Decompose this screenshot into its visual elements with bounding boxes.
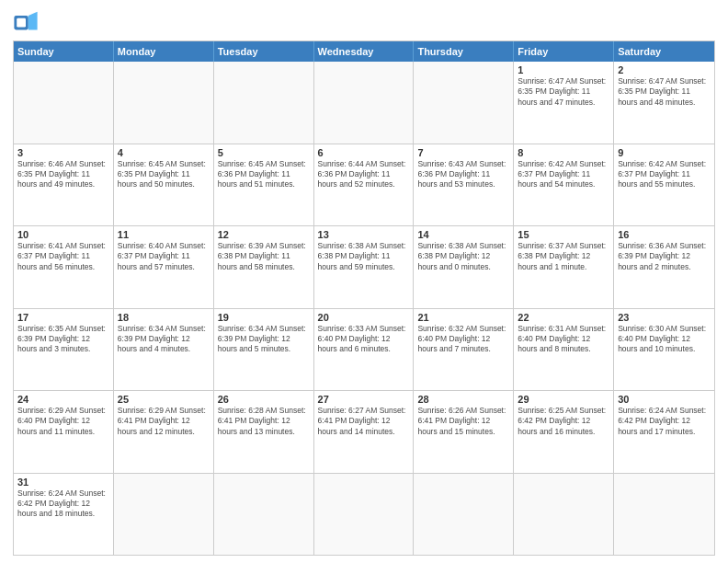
day-cell-6: 6Sunrise: 6:44 AM Sunset: 6:36 PM Daylig… xyxy=(314,144,415,226)
day-info: Sunrise: 6:31 AM Sunset: 6:40 PM Dayligh… xyxy=(518,324,609,355)
day-info: Sunrise: 6:28 AM Sunset: 6:41 PM Dayligh… xyxy=(218,406,310,437)
day-number: 1 xyxy=(518,64,609,75)
day-info: Sunrise: 6:35 AM Sunset: 6:39 PM Dayligh… xyxy=(17,324,109,355)
day-cell-15: 15Sunrise: 6:37 AM Sunset: 6:38 PM Dayli… xyxy=(514,226,614,308)
day-info: Sunrise: 6:47 AM Sunset: 6:35 PM Dayligh… xyxy=(618,76,711,108)
day-cell-26: 26Sunrise: 6:28 AM Sunset: 6:41 PM Dayli… xyxy=(214,391,314,473)
empty-cell-5-1 xyxy=(114,474,214,556)
empty-cell-0-2 xyxy=(214,62,314,144)
day-number: 31 xyxy=(17,477,109,488)
day-number: 8 xyxy=(518,147,609,158)
day-info: Sunrise: 6:47 AM Sunset: 6:35 PM Dayligh… xyxy=(518,76,609,108)
calendar-row-0: 1Sunrise: 6:47 AM Sunset: 6:35 PM Daylig… xyxy=(14,62,714,144)
day-number: 20 xyxy=(318,312,410,323)
header-day-wednesday: Wednesday xyxy=(314,41,415,62)
calendar-row-5: 31Sunrise: 6:24 AM Sunset: 6:42 PM Dayli… xyxy=(14,473,714,556)
day-cell-25: 25Sunrise: 6:29 AM Sunset: 6:41 PM Dayli… xyxy=(114,391,214,473)
day-number: 26 xyxy=(218,394,310,405)
page-header xyxy=(13,9,715,35)
day-number: 11 xyxy=(118,229,210,240)
day-cell-1: 1Sunrise: 6:47 AM Sunset: 6:35 PM Daylig… xyxy=(514,62,614,144)
header-day-saturday: Saturday xyxy=(614,41,714,62)
day-number: 14 xyxy=(417,229,509,240)
header-day-monday: Monday xyxy=(114,41,214,62)
day-number: 25 xyxy=(118,394,210,405)
day-info: Sunrise: 6:37 AM Sunset: 6:38 PM Dayligh… xyxy=(518,241,609,272)
calendar-body: 1Sunrise: 6:47 AM Sunset: 6:35 PM Daylig… xyxy=(14,62,714,555)
day-number: 21 xyxy=(417,312,509,323)
day-number: 23 xyxy=(618,312,711,323)
day-cell-9: 9Sunrise: 6:42 AM Sunset: 6:37 PM Daylig… xyxy=(614,144,714,226)
day-cell-10: 10Sunrise: 6:41 AM Sunset: 6:37 PM Dayli… xyxy=(14,226,114,308)
day-number: 30 xyxy=(618,394,711,405)
day-number: 24 xyxy=(17,394,109,405)
calendar-header: SundayMondayTuesdayWednesdayThursdayFrid… xyxy=(14,41,714,62)
day-info: Sunrise: 6:25 AM Sunset: 6:42 PM Dayligh… xyxy=(518,406,609,437)
calendar-row-2: 10Sunrise: 6:41 AM Sunset: 6:37 PM Dayli… xyxy=(14,225,714,308)
day-info: Sunrise: 6:42 AM Sunset: 6:37 PM Dayligh… xyxy=(618,159,711,190)
day-cell-28: 28Sunrise: 6:26 AM Sunset: 6:41 PM Dayli… xyxy=(414,391,514,473)
day-cell-22: 22Sunrise: 6:31 AM Sunset: 6:40 PM Dayli… xyxy=(514,309,614,391)
day-info: Sunrise: 6:36 AM Sunset: 6:39 PM Dayligh… xyxy=(618,241,711,272)
day-info: Sunrise: 6:43 AM Sunset: 6:36 PM Dayligh… xyxy=(417,159,509,190)
day-number: 5 xyxy=(218,147,310,158)
day-cell-31: 31Sunrise: 6:24 AM Sunset: 6:42 PM Dayli… xyxy=(14,474,114,556)
day-cell-4: 4Sunrise: 6:45 AM Sunset: 6:35 PM Daylig… xyxy=(114,144,214,226)
header-day-thursday: Thursday xyxy=(414,41,514,62)
day-info: Sunrise: 6:33 AM Sunset: 6:40 PM Dayligh… xyxy=(318,324,410,355)
empty-cell-5-6 xyxy=(614,474,714,556)
day-info: Sunrise: 6:34 AM Sunset: 6:39 PM Dayligh… xyxy=(218,324,310,355)
day-number: 3 xyxy=(17,147,109,158)
day-cell-24: 24Sunrise: 6:29 AM Sunset: 6:40 PM Dayli… xyxy=(14,391,114,473)
day-cell-11: 11Sunrise: 6:40 AM Sunset: 6:37 PM Dayli… xyxy=(114,226,214,308)
day-cell-5: 5Sunrise: 6:45 AM Sunset: 6:36 PM Daylig… xyxy=(214,144,314,226)
day-cell-3: 3Sunrise: 6:46 AM Sunset: 6:35 PM Daylig… xyxy=(14,144,114,226)
day-number: 29 xyxy=(518,394,609,405)
empty-cell-5-4 xyxy=(414,474,514,556)
svg-marker-1 xyxy=(28,12,38,30)
empty-cell-0-4 xyxy=(414,62,514,144)
day-number: 15 xyxy=(518,229,609,240)
day-number: 12 xyxy=(218,229,310,240)
logo xyxy=(13,9,42,35)
day-cell-17: 17Sunrise: 6:35 AM Sunset: 6:39 PM Dayli… xyxy=(14,309,114,391)
day-cell-19: 19Sunrise: 6:34 AM Sunset: 6:39 PM Dayli… xyxy=(214,309,314,391)
day-cell-21: 21Sunrise: 6:32 AM Sunset: 6:40 PM Dayli… xyxy=(414,309,514,391)
calendar-row-1: 3Sunrise: 6:46 AM Sunset: 6:35 PM Daylig… xyxy=(14,144,714,226)
day-number: 10 xyxy=(17,229,109,240)
day-info: Sunrise: 6:30 AM Sunset: 6:40 PM Dayligh… xyxy=(618,324,711,355)
day-info: Sunrise: 6:38 AM Sunset: 6:38 PM Dayligh… xyxy=(318,241,410,272)
empty-cell-5-5 xyxy=(514,474,614,556)
empty-cell-0-1 xyxy=(114,62,214,144)
header-day-tuesday: Tuesday xyxy=(214,41,314,62)
day-number: 7 xyxy=(417,147,509,158)
calendar: SundayMondayTuesdayWednesdayThursdayFrid… xyxy=(13,40,715,556)
calendar-page: SundayMondayTuesdayWednesdayThursdayFrid… xyxy=(0,0,728,563)
day-cell-13: 13Sunrise: 6:38 AM Sunset: 6:38 PM Dayli… xyxy=(314,226,415,308)
day-number: 16 xyxy=(618,229,711,240)
calendar-row-3: 17Sunrise: 6:35 AM Sunset: 6:39 PM Dayli… xyxy=(14,308,714,391)
calendar-row-4: 24Sunrise: 6:29 AM Sunset: 6:40 PM Dayli… xyxy=(14,390,714,473)
day-number: 4 xyxy=(118,147,210,158)
day-info: Sunrise: 6:29 AM Sunset: 6:41 PM Dayligh… xyxy=(118,406,210,437)
day-info: Sunrise: 6:24 AM Sunset: 6:42 PM Dayligh… xyxy=(17,488,109,520)
day-number: 9 xyxy=(618,147,711,158)
day-number: 27 xyxy=(318,394,410,405)
day-cell-23: 23Sunrise: 6:30 AM Sunset: 6:40 PM Dayli… xyxy=(614,309,714,391)
day-info: Sunrise: 6:32 AM Sunset: 6:40 PM Dayligh… xyxy=(417,324,509,355)
day-info: Sunrise: 6:29 AM Sunset: 6:40 PM Dayligh… xyxy=(17,406,109,437)
day-cell-20: 20Sunrise: 6:33 AM Sunset: 6:40 PM Dayli… xyxy=(314,309,415,391)
day-info: Sunrise: 6:27 AM Sunset: 6:41 PM Dayligh… xyxy=(318,406,410,437)
header-day-friday: Friday xyxy=(514,41,614,62)
day-info: Sunrise: 6:41 AM Sunset: 6:37 PM Dayligh… xyxy=(17,241,109,272)
day-info: Sunrise: 6:46 AM Sunset: 6:35 PM Dayligh… xyxy=(17,159,109,190)
day-cell-29: 29Sunrise: 6:25 AM Sunset: 6:42 PM Dayli… xyxy=(514,391,614,473)
svg-rect-2 xyxy=(17,18,26,28)
empty-cell-5-3 xyxy=(314,474,415,556)
day-cell-7: 7Sunrise: 6:43 AM Sunset: 6:36 PM Daylig… xyxy=(414,144,514,226)
logo-icon xyxy=(13,9,39,35)
empty-cell-5-2 xyxy=(214,474,314,556)
day-cell-18: 18Sunrise: 6:34 AM Sunset: 6:39 PM Dayli… xyxy=(114,309,214,391)
day-number: 18 xyxy=(118,312,210,323)
empty-cell-0-0 xyxy=(14,62,114,144)
